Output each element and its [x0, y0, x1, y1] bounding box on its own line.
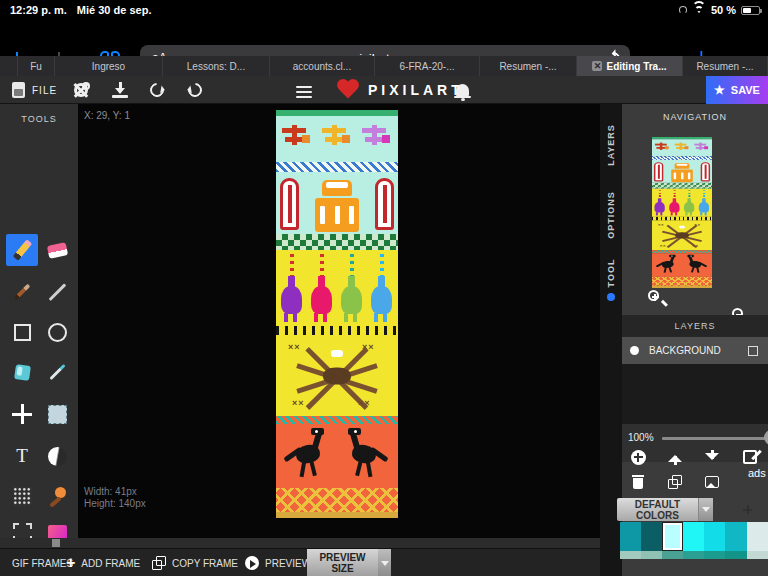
select-tool[interactable] — [41, 398, 73, 430]
download-button[interactable] — [112, 76, 128, 104]
settings-button[interactable] — [74, 76, 88, 104]
text-icon: T — [16, 445, 28, 467]
layer-checkbox[interactable] — [748, 346, 758, 356]
eraser-tool[interactable] — [41, 234, 73, 266]
brush-icon — [14, 284, 31, 301]
arrow-up-icon — [668, 450, 682, 465]
browser-tab[interactable]: accounts.cl... — [270, 56, 375, 76]
editor-toolbar: FILE PIXILART ★ SAVE — [0, 76, 768, 104]
file-menu-button[interactable]: FILE — [12, 76, 57, 104]
rectangle-tool[interactable] — [6, 316, 38, 348]
artwork-section-rockets — [652, 160, 712, 183]
copy-icon — [668, 475, 682, 489]
artwork-section-dinos — [276, 250, 398, 324]
browser-tab[interactable]: Fu — [18, 56, 55, 76]
smudge-icon — [47, 486, 67, 506]
edit-layer-button[interactable] — [740, 447, 760, 467]
orientation-lock-icon — [679, 6, 687, 14]
layer-visibility-icon[interactable] — [630, 346, 639, 355]
browser-tab[interactable]: Ingreso — [55, 56, 163, 76]
status-bar: 12:29 p. m. Mié 30 de sep. 50 % — [0, 0, 768, 20]
palette-swatch[interactable] — [683, 522, 704, 551]
copy-icon — [152, 556, 166, 570]
copy-frame-button[interactable]: COPY FRAME — [152, 549, 238, 576]
battery-percent: 50 % — [711, 4, 736, 16]
file-icon — [12, 82, 25, 98]
duplicate-layer-button[interactable] — [665, 472, 685, 492]
palette-swatch[interactable] — [747, 522, 768, 551]
palette-swatch[interactable] — [725, 522, 746, 551]
smudge-tool[interactable] — [41, 480, 73, 512]
move-layer-down-button[interactable] — [702, 447, 722, 467]
merge-layer-button[interactable] — [702, 472, 722, 492]
fill-bucket-tool[interactable] — [6, 356, 38, 388]
add-layer-button[interactable] — [628, 447, 648, 467]
circle-tool[interactable] — [41, 316, 73, 348]
move-tool[interactable] — [6, 398, 38, 430]
artwork-section-raptors — [276, 424, 398, 488]
add-frame-button[interactable]: + ADD FRAME — [66, 549, 140, 576]
palette-swatch[interactable] — [662, 551, 683, 559]
palette-swatch[interactable] — [683, 551, 704, 559]
palette-swatch[interactable] — [725, 551, 746, 559]
heart-icon — [340, 82, 357, 99]
image-icon — [705, 476, 719, 488]
palette-swatch[interactable] — [704, 551, 725, 559]
redo-button[interactable] — [188, 76, 202, 104]
palette-swatch[interactable] — [620, 522, 641, 551]
select-icon — [48, 405, 67, 424]
navigation-preview[interactable]: ×××××××× — [652, 137, 712, 288]
wifi-icon — [692, 5, 706, 15]
delete-layer-button[interactable] — [628, 472, 648, 492]
browser-tab[interactable]: Resumen -... — [683, 56, 768, 76]
palette-swatch[interactable] — [641, 522, 662, 551]
palette-swatch[interactable] — [620, 551, 641, 559]
palette-select-button[interactable]: DEFAULT COLORS — [617, 498, 713, 521]
gif-frames-label: GIF FRAMES — [12, 549, 73, 576]
zoom-in-button[interactable] — [648, 290, 666, 308]
layer-row-background[interactable]: BACKGROUND — [622, 337, 768, 364]
eraser-icon — [46, 242, 67, 259]
menu-button[interactable] — [296, 76, 312, 104]
canvas-width-label: Width: 41px — [84, 486, 137, 497]
pixel-artwork[interactable]: ×××××××× — [276, 110, 398, 518]
browser-tab[interactable] — [0, 56, 18, 76]
tab-close-icon[interactable]: ✕ — [592, 61, 602, 71]
palette-swatch[interactable] — [662, 522, 683, 551]
move-layer-up-button[interactable] — [665, 447, 685, 467]
preview-button[interactable]: PREVIEW — [245, 549, 311, 576]
tab-tool[interactable]: TOOL — [606, 253, 616, 293]
brand-name: PIXILART — [368, 82, 464, 98]
undo-button[interactable] — [150, 76, 164, 104]
opacity-slider-handle[interactable] — [764, 430, 768, 445]
tab-layers[interactable]: LAYERS — [606, 115, 616, 175]
brush-tool[interactable] — [6, 276, 38, 308]
artwork-section-zigzag — [276, 162, 398, 172]
browser-tab[interactable]: ✕Editing Tra... — [577, 56, 683, 76]
browser-tab[interactable]: Lessons: D... — [163, 56, 270, 76]
notifications-button[interactable] — [456, 76, 469, 104]
opacity-value: 100% — [628, 432, 654, 443]
text-tool[interactable]: T — [6, 440, 38, 472]
tab-options[interactable]: OPTIONS — [606, 185, 616, 245]
artwork-section-stripe — [652, 286, 712, 288]
shading-icon — [48, 447, 67, 466]
browser-tab[interactable]: 6-FRA-20-... — [375, 56, 480, 76]
palette-swatch[interactable] — [704, 522, 725, 551]
artwork-section-planes — [652, 139, 712, 156]
preview-size-button[interactable]: PREVIEW SIZE — [307, 549, 391, 576]
pencil-tool[interactable] — [6, 234, 38, 266]
opacity-slider[interactable] — [662, 437, 768, 440]
save-button[interactable]: ★ SAVE — [706, 76, 768, 104]
download-icon — [112, 82, 128, 98]
shading-tool[interactable] — [41, 440, 73, 472]
browser-tab[interactable]: Resumen -... — [480, 56, 577, 76]
color-picker-tool[interactable] — [41, 356, 73, 388]
play-icon — [245, 556, 259, 570]
dither-tool[interactable] — [6, 480, 38, 512]
line-tool[interactable] — [41, 276, 73, 308]
redo-icon — [185, 80, 205, 100]
frame-thumbnail[interactable] — [52, 539, 60, 547]
palette-swatch[interactable] — [747, 551, 768, 559]
palette-swatch[interactable] — [641, 551, 662, 559]
